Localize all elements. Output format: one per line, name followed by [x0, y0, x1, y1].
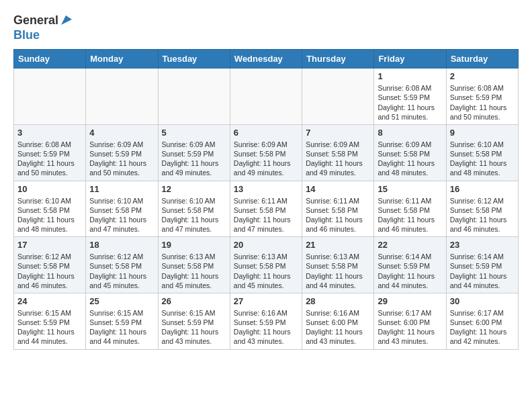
logo-text: General Blue	[13, 13, 72, 42]
day-number: 4	[89, 128, 154, 138]
day-info: Sunrise: 6:17 AM Sunset: 6:00 PM Dayligh…	[378, 308, 442, 347]
weekday-header-saturday: Saturday	[446, 50, 518, 68]
day-number: 15	[378, 184, 442, 194]
calendar-cell: 2Sunrise: 6:08 AM Sunset: 5:59 PM Daylig…	[446, 68, 518, 125]
day-info: Sunrise: 6:13 AM Sunset: 5:58 PM Dayligh…	[162, 252, 226, 290]
day-info: Sunrise: 6:17 AM Sunset: 6:00 PM Dayligh…	[450, 308, 515, 347]
calendar-cell: 29Sunrise: 6:17 AM Sunset: 6:00 PM Dayli…	[374, 293, 446, 349]
weekday-header-sunday: Sunday	[14, 50, 86, 68]
day-info: Sunrise: 6:15 AM Sunset: 5:59 PM Dayligh…	[162, 308, 226, 347]
day-number: 14	[306, 184, 370, 194]
day-info: Sunrise: 6:09 AM Sunset: 5:59 PM Dayligh…	[162, 140, 226, 178]
day-number: 2	[450, 71, 515, 81]
calendar-cell: 30Sunrise: 6:17 AM Sunset: 6:00 PM Dayli…	[446, 293, 518, 349]
day-number: 1	[378, 71, 442, 81]
calendar-cell: 22Sunrise: 6:14 AM Sunset: 5:59 PM Dayli…	[374, 237, 446, 293]
calendar-cell: 25Sunrise: 6:15 AM Sunset: 5:59 PM Dayli…	[86, 293, 158, 349]
calendar-cell: 9Sunrise: 6:10 AM Sunset: 5:58 PM Daylig…	[446, 124, 518, 181]
day-number: 27	[234, 296, 298, 306]
calendar-cell	[158, 68, 230, 125]
day-number: 10	[17, 184, 82, 194]
day-info: Sunrise: 6:13 AM Sunset: 5:58 PM Dayligh…	[306, 252, 370, 290]
calendar-cell	[230, 68, 302, 125]
day-info: Sunrise: 6:15 AM Sunset: 5:59 PM Dayligh…	[17, 308, 82, 347]
calendar-week-row: 10Sunrise: 6:10 AM Sunset: 5:58 PM Dayli…	[14, 181, 519, 237]
logo-bird-icon	[60, 14, 72, 26]
day-number: 7	[306, 128, 370, 138]
day-number: 12	[162, 184, 226, 194]
calendar-cell: 16Sunrise: 6:12 AM Sunset: 5:58 PM Dayli…	[446, 181, 518, 237]
day-info: Sunrise: 6:10 AM Sunset: 5:58 PM Dayligh…	[162, 196, 226, 234]
day-info: Sunrise: 6:09 AM Sunset: 5:58 PM Dayligh…	[306, 140, 370, 178]
calendar-cell	[86, 68, 158, 125]
calendar-cell: 17Sunrise: 6:12 AM Sunset: 5:58 PM Dayli…	[14, 237, 86, 293]
weekday-header-wednesday: Wednesday	[230, 50, 302, 68]
day-info: Sunrise: 6:11 AM Sunset: 5:58 PM Dayligh…	[378, 196, 442, 234]
day-info: Sunrise: 6:12 AM Sunset: 5:58 PM Dayligh…	[450, 196, 515, 234]
calendar-week-row: 3Sunrise: 6:08 AM Sunset: 5:59 PM Daylig…	[14, 124, 519, 181]
day-info: Sunrise: 6:09 AM Sunset: 5:58 PM Dayligh…	[234, 140, 298, 178]
calendar-cell: 14Sunrise: 6:11 AM Sunset: 5:58 PM Dayli…	[302, 181, 374, 237]
day-number: 29	[378, 296, 442, 306]
day-info: Sunrise: 6:11 AM Sunset: 5:58 PM Dayligh…	[234, 196, 298, 234]
day-info: Sunrise: 6:08 AM Sunset: 5:59 PM Dayligh…	[17, 140, 82, 178]
day-number: 28	[306, 296, 370, 306]
day-number: 25	[89, 296, 154, 306]
day-info: Sunrise: 6:12 AM Sunset: 5:58 PM Dayligh…	[17, 252, 82, 290]
calendar-table: SundayMondayTuesdayWednesdayThursdayFrid…	[13, 49, 519, 349]
day-info: Sunrise: 6:14 AM Sunset: 5:59 PM Dayligh…	[450, 252, 515, 290]
calendar-cell: 8Sunrise: 6:09 AM Sunset: 5:58 PM Daylig…	[374, 124, 446, 181]
calendar-cell: 5Sunrise: 6:09 AM Sunset: 5:59 PM Daylig…	[158, 124, 230, 181]
day-info: Sunrise: 6:09 AM Sunset: 5:59 PM Dayligh…	[89, 140, 154, 178]
calendar-week-row: 24Sunrise: 6:15 AM Sunset: 5:59 PM Dayli…	[14, 293, 519, 349]
calendar-cell: 1Sunrise: 6:08 AM Sunset: 5:59 PM Daylig…	[374, 68, 446, 125]
calendar-cell	[14, 68, 86, 125]
weekday-header-friday: Friday	[374, 50, 446, 68]
calendar-cell: 19Sunrise: 6:13 AM Sunset: 5:58 PM Dayli…	[158, 237, 230, 293]
day-info: Sunrise: 6:14 AM Sunset: 5:59 PM Dayligh…	[378, 252, 442, 290]
day-number: 6	[234, 128, 298, 138]
calendar-cell: 12Sunrise: 6:10 AM Sunset: 5:58 PM Dayli…	[158, 181, 230, 237]
calendar-cell: 4Sunrise: 6:09 AM Sunset: 5:59 PM Daylig…	[86, 124, 158, 181]
day-number: 3	[17, 128, 82, 138]
day-number: 11	[89, 184, 154, 194]
calendar-cell: 24Sunrise: 6:15 AM Sunset: 5:59 PM Dayli…	[14, 293, 86, 349]
calendar-cell: 26Sunrise: 6:15 AM Sunset: 5:59 PM Dayli…	[158, 293, 230, 349]
day-number: 16	[450, 184, 515, 194]
calendar-cell: 20Sunrise: 6:13 AM Sunset: 5:58 PM Dayli…	[230, 237, 302, 293]
calendar-cell: 15Sunrise: 6:11 AM Sunset: 5:58 PM Dayli…	[374, 181, 446, 237]
day-info: Sunrise: 6:13 AM Sunset: 5:58 PM Dayligh…	[234, 252, 298, 290]
day-info: Sunrise: 6:12 AM Sunset: 5:58 PM Dayligh…	[89, 252, 154, 290]
day-number: 9	[450, 128, 515, 138]
day-info: Sunrise: 6:09 AM Sunset: 5:58 PM Dayligh…	[378, 140, 442, 178]
day-number: 8	[378, 128, 442, 138]
day-number: 24	[17, 296, 82, 306]
day-info: Sunrise: 6:10 AM Sunset: 5:58 PM Dayligh…	[17, 196, 82, 234]
calendar-cell: 28Sunrise: 6:16 AM Sunset: 6:00 PM Dayli…	[302, 293, 374, 349]
page: General Blue SundayMondayTuesdayWednesda…	[0, 0, 532, 357]
calendar-cell: 13Sunrise: 6:11 AM Sunset: 5:58 PM Dayli…	[230, 181, 302, 237]
header: General Blue	[13, 13, 519, 42]
calendar-cell: 11Sunrise: 6:10 AM Sunset: 5:58 PM Dayli…	[86, 181, 158, 237]
calendar-cell: 21Sunrise: 6:13 AM Sunset: 5:58 PM Dayli…	[302, 237, 374, 293]
day-number: 17	[17, 240, 82, 250]
calendar-week-row: 17Sunrise: 6:12 AM Sunset: 5:58 PM Dayli…	[14, 237, 519, 293]
calendar-cell: 3Sunrise: 6:08 AM Sunset: 5:59 PM Daylig…	[14, 124, 86, 181]
calendar-cell: 6Sunrise: 6:09 AM Sunset: 5:58 PM Daylig…	[230, 124, 302, 181]
day-info: Sunrise: 6:10 AM Sunset: 5:58 PM Dayligh…	[89, 196, 154, 234]
calendar-cell: 18Sunrise: 6:12 AM Sunset: 5:58 PM Dayli…	[86, 237, 158, 293]
calendar-cell: 7Sunrise: 6:09 AM Sunset: 5:58 PM Daylig…	[302, 124, 374, 181]
weekday-header-tuesday: Tuesday	[158, 50, 230, 68]
calendar-cell: 23Sunrise: 6:14 AM Sunset: 5:59 PM Dayli…	[446, 237, 518, 293]
day-number: 13	[234, 184, 298, 194]
calendar-week-row: 1Sunrise: 6:08 AM Sunset: 5:59 PM Daylig…	[14, 68, 519, 125]
calendar-cell: 10Sunrise: 6:10 AM Sunset: 5:58 PM Dayli…	[14, 181, 86, 237]
logo: General Blue	[13, 13, 72, 42]
day-info: Sunrise: 6:08 AM Sunset: 5:59 PM Dayligh…	[450, 83, 515, 122]
day-number: 18	[89, 240, 154, 250]
day-info: Sunrise: 6:10 AM Sunset: 5:58 PM Dayligh…	[450, 140, 515, 178]
day-number: 26	[162, 296, 226, 306]
day-info: Sunrise: 6:11 AM Sunset: 5:58 PM Dayligh…	[306, 196, 370, 234]
day-number: 23	[450, 240, 515, 250]
calendar-cell: 27Sunrise: 6:16 AM Sunset: 5:59 PM Dayli…	[230, 293, 302, 349]
